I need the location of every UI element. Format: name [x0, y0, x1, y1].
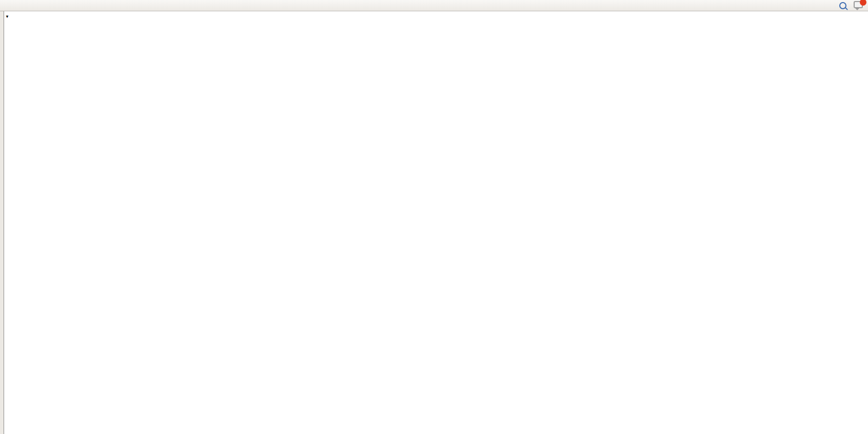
chart-canvas[interactable]: [0, 0, 868, 434]
toolbar-right-cluster: [839, 0, 863, 11]
chat-button[interactable]: [854, 1, 863, 10]
search-icon[interactable]: [839, 2, 846, 9]
symbol-quote-line[interactable]: ▼: [5, 13, 11, 19]
main-toolbar: [0, 0, 868, 11]
symbol-dropdown-icon[interactable]: ▼: [5, 14, 9, 19]
window-left-border: [0, 11, 4, 434]
